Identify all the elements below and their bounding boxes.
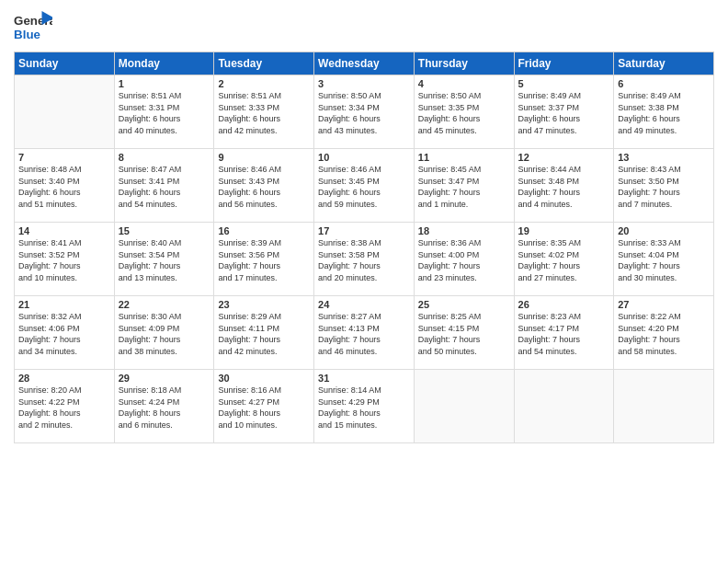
day-number: 1 <box>119 78 210 89</box>
day-cell: 9Sunrise: 8:46 AMSunset: 3:43 PMDaylight… <box>214 149 314 223</box>
day-info: Sunrise: 8:33 AMSunset: 4:04 PMDaylight:… <box>618 237 710 283</box>
day-info: Sunrise: 8:18 AMSunset: 4:24 PMDaylight:… <box>119 385 210 431</box>
day-cell: 11Sunrise: 8:45 AMSunset: 3:47 PMDayligh… <box>414 149 514 223</box>
day-number: 5 <box>518 78 610 89</box>
day-number: 23 <box>218 299 310 310</box>
day-info: Sunrise: 8:29 AMSunset: 4:11 PMDaylight:… <box>218 311 310 357</box>
day-number: 16 <box>218 225 310 236</box>
day-cell: 26Sunrise: 8:23 AMSunset: 4:17 PMDayligh… <box>514 296 614 370</box>
day-cell: 7Sunrise: 8:48 AMSunset: 3:40 PMDaylight… <box>15 149 115 223</box>
calendar-body: 1Sunrise: 8:51 AMSunset: 3:31 PMDaylight… <box>15 75 714 443</box>
weekday-sunday: Sunday <box>15 52 115 75</box>
day-info: Sunrise: 8:36 AMSunset: 4:00 PMDaylight:… <box>418 237 510 283</box>
day-number: 22 <box>119 299 210 310</box>
day-cell: 19Sunrise: 8:35 AMSunset: 4:02 PMDayligh… <box>514 223 614 296</box>
day-info: Sunrise: 8:41 AMSunset: 3:52 PMDaylight:… <box>18 237 110 283</box>
calendar-page: General Blue SundayMondayTuesdayWednesda… <box>0 0 728 563</box>
day-info: Sunrise: 8:44 AMSunset: 3:48 PMDaylight:… <box>518 164 610 210</box>
day-info: Sunrise: 8:27 AMSunset: 4:13 PMDaylight:… <box>318 311 410 357</box>
day-cell: 10Sunrise: 8:46 AMSunset: 3:45 PMDayligh… <box>314 149 415 223</box>
day-number: 25 <box>418 299 510 310</box>
day-number: 18 <box>418 225 510 236</box>
day-cell: 4Sunrise: 8:50 AMSunset: 3:35 PMDaylight… <box>414 75 514 149</box>
day-cell: 21Sunrise: 8:32 AMSunset: 4:06 PMDayligh… <box>15 296 115 370</box>
day-cell: 13Sunrise: 8:43 AMSunset: 3:50 PMDayligh… <box>614 149 714 223</box>
day-number: 10 <box>318 152 410 163</box>
week-row-2: 7Sunrise: 8:48 AMSunset: 3:40 PMDaylight… <box>15 149 714 223</box>
weekday-wednesday: Wednesday <box>314 52 415 75</box>
weekday-saturday: Saturday <box>614 52 714 75</box>
day-info: Sunrise: 8:45 AMSunset: 3:47 PMDaylight:… <box>418 164 510 210</box>
day-info: Sunrise: 8:40 AMSunset: 3:54 PMDaylight:… <box>119 237 210 283</box>
day-number: 4 <box>418 78 510 89</box>
day-number: 8 <box>119 152 210 163</box>
day-number: 14 <box>18 225 110 236</box>
day-cell: 12Sunrise: 8:44 AMSunset: 3:48 PMDayligh… <box>514 149 614 223</box>
day-cell: 14Sunrise: 8:41 AMSunset: 3:52 PMDayligh… <box>15 223 115 296</box>
day-cell: 24Sunrise: 8:27 AMSunset: 4:13 PMDayligh… <box>314 296 415 370</box>
day-cell: 8Sunrise: 8:47 AMSunset: 3:41 PMDaylight… <box>114 149 214 223</box>
week-row-5: 28Sunrise: 8:20 AMSunset: 4:22 PMDayligh… <box>15 370 714 443</box>
day-number: 9 <box>218 152 310 163</box>
day-cell: 22Sunrise: 8:30 AMSunset: 4:09 PMDayligh… <box>114 296 214 370</box>
day-cell: 27Sunrise: 8:22 AMSunset: 4:20 PMDayligh… <box>614 296 714 370</box>
day-number: 19 <box>518 225 610 236</box>
day-cell: 25Sunrise: 8:25 AMSunset: 4:15 PMDayligh… <box>414 296 514 370</box>
day-cell: 18Sunrise: 8:36 AMSunset: 4:00 PMDayligh… <box>414 223 514 296</box>
calendar-table: SundayMondayTuesdayWednesdayThursdayFrid… <box>14 52 714 443</box>
day-info: Sunrise: 8:46 AMSunset: 3:45 PMDaylight:… <box>318 164 410 210</box>
day-cell: 15Sunrise: 8:40 AMSunset: 3:54 PMDayligh… <box>114 223 214 296</box>
week-row-3: 14Sunrise: 8:41 AMSunset: 3:52 PMDayligh… <box>15 223 714 296</box>
day-info: Sunrise: 8:49 AMSunset: 3:37 PMDaylight:… <box>518 90 610 136</box>
day-cell: 28Sunrise: 8:20 AMSunset: 4:22 PMDayligh… <box>15 370 115 443</box>
day-number: 29 <box>119 373 210 384</box>
day-number: 30 <box>218 373 310 384</box>
day-number: 27 <box>618 299 710 310</box>
day-cell: 20Sunrise: 8:33 AMSunset: 4:04 PMDayligh… <box>614 223 714 296</box>
day-number: 26 <box>518 299 610 310</box>
day-cell: 5Sunrise: 8:49 AMSunset: 3:37 PMDaylight… <box>514 75 614 149</box>
day-cell: 31Sunrise: 8:14 AMSunset: 4:29 PMDayligh… <box>314 370 415 443</box>
day-cell: 23Sunrise: 8:29 AMSunset: 4:11 PMDayligh… <box>214 296 314 370</box>
day-info: Sunrise: 8:50 AMSunset: 3:34 PMDaylight:… <box>318 90 410 136</box>
day-info: Sunrise: 8:23 AMSunset: 4:17 PMDaylight:… <box>518 311 610 357</box>
day-info: Sunrise: 8:25 AMSunset: 4:15 PMDaylight:… <box>418 311 510 357</box>
day-cell <box>614 370 714 443</box>
day-info: Sunrise: 8:22 AMSunset: 4:20 PMDaylight:… <box>618 311 710 357</box>
day-cell: 29Sunrise: 8:18 AMSunset: 4:24 PMDayligh… <box>114 370 214 443</box>
day-info: Sunrise: 8:20 AMSunset: 4:22 PMDaylight:… <box>18 385 110 431</box>
day-info: Sunrise: 8:49 AMSunset: 3:38 PMDaylight:… <box>618 90 710 136</box>
day-number: 12 <box>518 152 610 163</box>
day-number: 28 <box>18 373 110 384</box>
weekday-tuesday: Tuesday <box>214 52 314 75</box>
week-row-1: 1Sunrise: 8:51 AMSunset: 3:31 PMDaylight… <box>15 75 714 149</box>
day-cell: 2Sunrise: 8:51 AMSunset: 3:33 PMDaylight… <box>214 75 314 149</box>
day-info: Sunrise: 8:51 AMSunset: 3:31 PMDaylight:… <box>119 90 210 136</box>
day-cell: 17Sunrise: 8:38 AMSunset: 3:58 PMDayligh… <box>314 223 415 296</box>
day-number: 13 <box>618 152 710 163</box>
day-cell: 16Sunrise: 8:39 AMSunset: 3:56 PMDayligh… <box>214 223 314 296</box>
day-cell <box>414 370 514 443</box>
day-info: Sunrise: 8:16 AMSunset: 4:27 PMDaylight:… <box>218 385 310 431</box>
day-info: Sunrise: 8:50 AMSunset: 3:35 PMDaylight:… <box>418 90 510 136</box>
day-info: Sunrise: 8:43 AMSunset: 3:50 PMDaylight:… <box>618 164 710 210</box>
day-number: 17 <box>318 225 410 236</box>
day-number: 2 <box>218 78 310 89</box>
day-cell: 30Sunrise: 8:16 AMSunset: 4:27 PMDayligh… <box>214 370 314 443</box>
day-info: Sunrise: 8:32 AMSunset: 4:06 PMDaylight:… <box>18 311 110 357</box>
logo-icon: General Blue <box>14 9 52 44</box>
day-number: 21 <box>18 299 110 310</box>
day-info: Sunrise: 8:35 AMSunset: 4:02 PMDaylight:… <box>518 237 610 283</box>
day-number: 6 <box>618 78 710 89</box>
day-info: Sunrise: 8:39 AMSunset: 3:56 PMDaylight:… <box>218 237 310 283</box>
day-info: Sunrise: 8:48 AMSunset: 3:40 PMDaylight:… <box>18 164 110 210</box>
weekday-monday: Monday <box>114 52 214 75</box>
week-row-4: 21Sunrise: 8:32 AMSunset: 4:06 PMDayligh… <box>15 296 714 370</box>
day-number: 31 <box>318 373 410 384</box>
day-cell: 6Sunrise: 8:49 AMSunset: 3:38 PMDaylight… <box>614 75 714 149</box>
day-number: 7 <box>18 152 110 163</box>
day-cell: 3Sunrise: 8:50 AMSunset: 3:34 PMDaylight… <box>314 75 415 149</box>
weekday-thursday: Thursday <box>414 52 514 75</box>
day-cell: 1Sunrise: 8:51 AMSunset: 3:31 PMDaylight… <box>114 75 214 149</box>
day-number: 15 <box>119 225 210 236</box>
